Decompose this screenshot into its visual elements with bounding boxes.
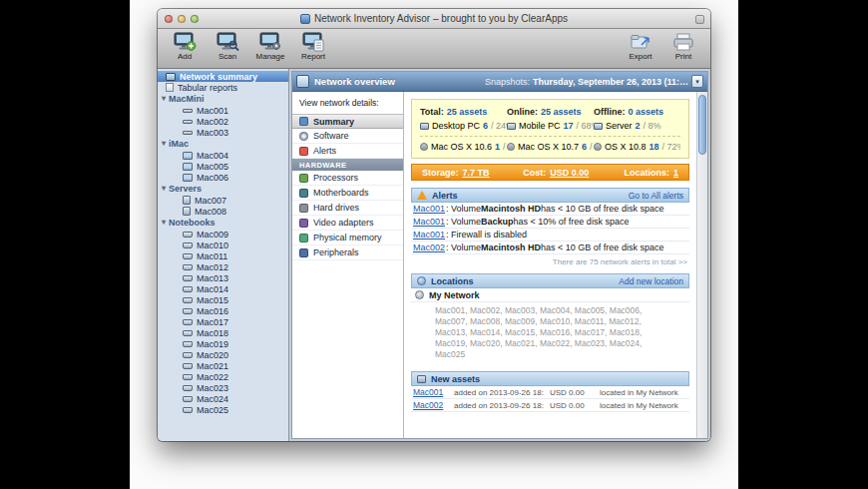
app-icon xyxy=(300,14,310,24)
sidebar-item-tabular-reports[interactable]: Tabular reports xyxy=(158,82,288,93)
sidebar-item-network-summary[interactable]: Network summary xyxy=(158,71,288,82)
computer-icon xyxy=(417,375,426,383)
sidebar-item-mac003[interactable]: Mac003 xyxy=(158,127,288,138)
sidebar-item-mac018[interactable]: Mac018 xyxy=(158,327,288,338)
sidebar-group-servers[interactable]: ▾Servers xyxy=(158,183,288,195)
globe-icon xyxy=(417,276,426,285)
sidebar-item-mac013[interactable]: Mac013 xyxy=(158,272,288,283)
alert-host-link[interactable]: Mac002 xyxy=(413,243,445,252)
sidebar-item-mac015[interactable]: Mac015 xyxy=(158,294,288,305)
sidebar-item-mac025[interactable]: Mac025 xyxy=(158,404,288,415)
disclosure-triangle-icon[interactable]: ▾ xyxy=(162,95,166,103)
add-new-location-link[interactable]: Add new location xyxy=(619,276,683,286)
sidebar-item-mac010[interactable]: Mac010 xyxy=(158,240,288,250)
nav-item-physical-memory[interactable]: Physical memory xyxy=(292,231,403,245)
notebook-device-icon xyxy=(183,264,193,270)
toolbar-button-label: Export xyxy=(629,52,651,61)
asset-host-link[interactable]: Mac002 xyxy=(413,400,447,410)
new-assets-section-header: New assets xyxy=(411,371,689,386)
imac-device-icon xyxy=(183,163,193,171)
sidebar-item-mac005[interactable]: Mac005 xyxy=(158,161,288,172)
snapshots-selector[interactable]: Snapshots: Thursday, September 26, 2013 … xyxy=(485,75,703,88)
nav-item-video-adapters[interactable]: Video adapters xyxy=(292,216,403,231)
sidebar-item-mac001[interactable]: Mac001 xyxy=(158,105,288,116)
close-icon[interactable] xyxy=(165,15,173,23)
sidebar-item-mac009[interactable]: Mac009 xyxy=(158,229,288,240)
nav-item-hard-drives[interactable]: Hard drives xyxy=(292,201,403,216)
asset-host-link[interactable]: Mac001 xyxy=(413,387,447,397)
nav-item-software[interactable]: Software xyxy=(292,129,403,144)
alert-row: Mac002: Volume Macintosh HD has < 10 GB … xyxy=(411,242,689,254)
sidebar-group-notebooks[interactable]: ▾Notebooks xyxy=(158,217,288,229)
report-button[interactable]: Report xyxy=(294,31,332,61)
alerts-footer-link[interactable]: There are 75 network alerts in total >> xyxy=(411,254,689,266)
alert-host-link[interactable]: Mac001 xyxy=(413,204,445,214)
sidebar-item-label: Mac013 xyxy=(197,273,228,283)
sidebar-item-mac021[interactable]: Mac021 xyxy=(158,360,288,371)
alert-row: Mac001: Volume Backup has < 10% of free … xyxy=(411,216,689,229)
disclosure-triangle-icon[interactable]: ▾ xyxy=(162,219,166,227)
sidebar-item-mac011[interactable]: Mac011 xyxy=(158,250,288,261)
sidebar-item-mac016[interactable]: Mac016 xyxy=(158,305,288,316)
nav-item-peripherals[interactable]: Peripherals xyxy=(292,245,403,260)
nav-item-summary[interactable]: Summary xyxy=(292,114,403,129)
cost-value-link[interactable]: USD 0.00 xyxy=(550,168,589,178)
vertical-scrollbar[interactable] xyxy=(696,92,707,438)
sidebar-item-mac007[interactable]: Mac007 xyxy=(158,195,288,206)
mac-os-x-10.6-stat: Mac OS X 10.61/ 4% xyxy=(420,142,507,152)
sidebar-item-mac024[interactable]: Mac024 xyxy=(158,393,288,404)
sidebar-item-label: Mac021 xyxy=(197,361,228,371)
asset-cost: USD 0.00 xyxy=(550,401,594,410)
alert-text: has < 10 GB of free disk space xyxy=(541,243,663,252)
sidebar-item-mac006[interactable]: Mac006 xyxy=(158,172,288,183)
disclosure-triangle-icon[interactable]: ▾ xyxy=(162,140,166,148)
scrollbar-thumb[interactable] xyxy=(698,95,706,155)
sidebar-item-label: Mac017 xyxy=(197,317,228,327)
nav-item-processors[interactable]: Processors xyxy=(292,171,403,186)
sidebar-item-label: Mac001 xyxy=(197,106,228,116)
sidebar-item-mac020[interactable]: Mac020 xyxy=(158,349,288,360)
alert-text: : Volume xyxy=(446,204,481,214)
notebook-device-icon xyxy=(183,286,193,292)
zoom-icon[interactable] xyxy=(191,15,199,23)
sidebar-item-mac002[interactable]: Mac002 xyxy=(158,116,288,127)
scan-button[interactable]: Scan xyxy=(209,31,246,61)
sidebar-group-imac[interactable]: ▾iMac xyxy=(158,138,288,150)
export-button[interactable]: Export xyxy=(622,31,659,61)
sidebar-item-mac017[interactable]: Mac017 xyxy=(158,316,288,327)
titlebar[interactable]: Network Inventory Advisor – brought to y… xyxy=(158,9,710,29)
sidebar-group-macmini[interactable]: ▾MacMini xyxy=(158,93,288,105)
storage-value-link[interactable]: 7.7 TB xyxy=(463,168,490,178)
totals-row: Total:25 assetsOnline:25 assetsOffline:0… xyxy=(420,105,680,119)
os-x-10.8-stat: OS X 10.818/ 72% xyxy=(594,142,680,152)
sidebar-item-mac023[interactable]: Mac023 xyxy=(158,382,288,393)
window-title: Network Inventory Advisor – brought to y… xyxy=(314,13,568,24)
chevron-down-icon[interactable]: ▾ xyxy=(691,75,703,88)
location-row[interactable]: My Network xyxy=(411,288,689,302)
nav-item-alerts[interactable]: Alerts xyxy=(292,144,403,159)
nav-item-motherboards[interactable]: Motherboards xyxy=(292,186,403,201)
print-button[interactable]: Print xyxy=(664,31,702,61)
locations-value-link[interactable]: 1 xyxy=(673,168,678,178)
nav-item-label: Processors xyxy=(313,173,358,183)
sidebar-item-mac022[interactable]: Mac022 xyxy=(158,371,288,382)
sidebar-item-label: Mac014 xyxy=(197,284,228,294)
print-icon xyxy=(671,31,695,52)
toolbar-button-label: Scan xyxy=(218,52,236,61)
alert-host-link[interactable]: Mac001 xyxy=(413,230,445,240)
sidebar-item-mac004[interactable]: Mac004 xyxy=(158,150,288,161)
stats-bar: Storage: 7.7 TB Cost: USD 0.00 Locations… xyxy=(411,164,689,181)
add-button[interactable]: Add xyxy=(166,31,204,61)
go-to-all-alerts-link[interactable]: Go to All alerts xyxy=(629,191,683,201)
sidebar-item-mac014[interactable]: Mac014 xyxy=(158,283,288,294)
fullscreen-icon[interactable] xyxy=(695,15,704,24)
alert-host-link[interactable]: Mac001 xyxy=(413,217,445,227)
sidebar-item-mac008[interactable]: Mac008 xyxy=(158,206,288,217)
sidebar-item-mac012[interactable]: Mac012 xyxy=(158,261,288,272)
minimize-icon[interactable] xyxy=(178,15,186,23)
disclosure-triangle-icon[interactable]: ▾ xyxy=(162,185,166,193)
location-members: Mac001, Mac002, Mac003, Mac004, Mac005, … xyxy=(411,302,689,364)
sidebar-item-label: Mac002 xyxy=(197,117,228,127)
sidebar-item-mac019[interactable]: Mac019 xyxy=(158,338,288,349)
manage-button[interactable]: Manage xyxy=(251,31,289,61)
